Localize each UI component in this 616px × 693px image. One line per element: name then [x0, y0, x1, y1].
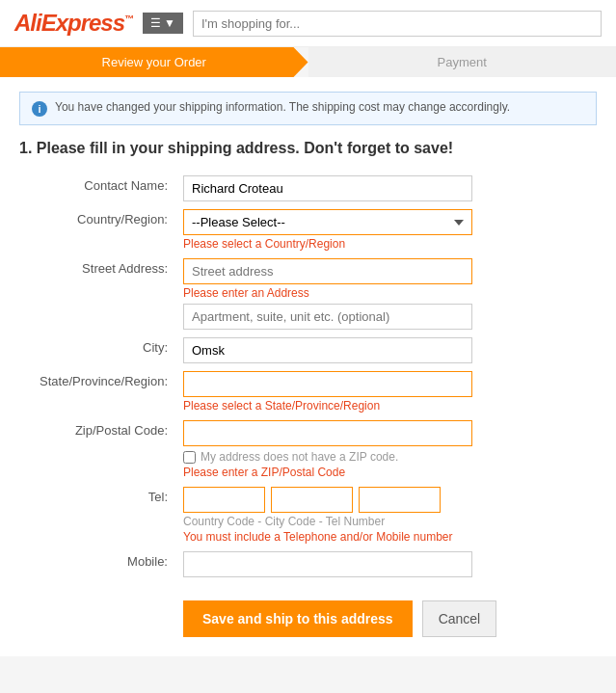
zip-input[interactable] — [183, 420, 472, 446]
form-buttons: Save and ship to this address Cancel — [19, 600, 597, 637]
menu-button[interactable]: ☰ ▼ — [143, 13, 183, 34]
mobile-label: Mobile: — [19, 547, 174, 581]
zip-error: Please enter a ZIP/Postal Code — [183, 466, 591, 479]
state-input[interactable] — [183, 371, 472, 397]
zip-row: Zip/Postal Code: My address does not hav… — [19, 416, 597, 483]
main-content: i You have changed your shipping informa… — [0, 77, 616, 656]
menu-dropdown-icon: ▼ — [164, 16, 175, 30]
header: AliExpress™ ☰ ▼ — [0, 0, 616, 47]
mobile-row: Mobile: — [19, 547, 597, 581]
logo: AliExpress™ — [14, 10, 133, 37]
address-form: Contact Name: Country/Region: --Please S… — [19, 172, 597, 581]
tel-label: Tel: — [19, 483, 174, 547]
tel-city-code-input[interactable] — [271, 487, 353, 513]
step-payment: Payment — [308, 47, 617, 77]
tel-country-code-input[interactable] — [183, 487, 265, 513]
street-input[interactable] — [183, 258, 472, 284]
state-error: Please select a State/Province/Region — [183, 399, 591, 413]
city-label: City: — [19, 333, 174, 367]
zip-label: Zip/Postal Code: — [19, 416, 174, 483]
street-error: Please enter an Address — [183, 286, 591, 300]
state-row: State/Province/Region: Please select a S… — [19, 367, 597, 416]
no-zip-label: My address does not have a ZIP code. — [201, 450, 398, 464]
cancel-button[interactable]: Cancel — [422, 600, 497, 637]
country-row: Country/Region: --Please Select-- Please… — [19, 205, 597, 254]
zip-checkbox-row: My address does not have a ZIP code. — [183, 450, 591, 464]
country-error: Please select a Country/Region — [183, 237, 591, 251]
step-review: Review your Order — [0, 47, 308, 77]
tel-number-input[interactable] — [359, 487, 441, 513]
contact-name-row: Contact Name: — [19, 172, 597, 205]
country-label: Country/Region: — [19, 205, 174, 254]
street-address-row: Street Address: Please enter an Address — [19, 254, 597, 333]
street-label: Street Address: — [19, 254, 174, 333]
contact-name-label: Contact Name: — [19, 172, 174, 205]
country-select[interactable]: --Please Select-- — [183, 209, 472, 235]
search-input[interactable] — [193, 11, 602, 37]
city-input[interactable] — [183, 337, 472, 363]
info-icon: i — [32, 101, 47, 117]
city-row: City: — [19, 333, 597, 367]
progress-bar: Review your Order Payment — [0, 47, 616, 77]
no-zip-checkbox[interactable] — [183, 451, 196, 464]
save-button[interactable]: Save and ship to this address — [183, 600, 413, 637]
mobile-input[interactable] — [183, 551, 472, 577]
tel-hint: Country Code - City Code - Tel Number — [183, 515, 591, 528]
hamburger-icon: ☰ — [150, 16, 161, 30]
contact-name-input[interactable] — [183, 175, 472, 201]
tel-row: Tel: Country Code - City Code - Tel Numb… — [19, 483, 597, 547]
state-label: State/Province/Region: — [19, 367, 174, 416]
info-banner: i You have changed your shipping informa… — [19, 92, 597, 125]
section-title: 1. Please fill in your shipping address.… — [19, 140, 597, 157]
apt-input[interactable] — [183, 304, 472, 330]
tel-error: You must include a Telephone and/or Mobi… — [183, 530, 591, 544]
tel-inputs — [183, 487, 591, 513]
info-text: You have changed your shipping informati… — [55, 100, 510, 114]
